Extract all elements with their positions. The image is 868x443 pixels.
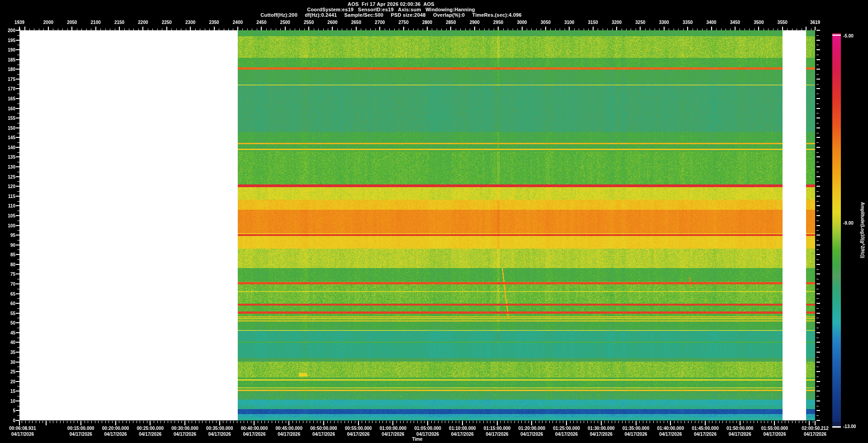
- date-label: 04/17/2026: [451, 432, 474, 437]
- date-label: 04/17/2026: [243, 432, 265, 437]
- time-axis-label: 00:40:00.000: [241, 426, 268, 431]
- date-label: 04/17/2026: [139, 432, 161, 437]
- frequency-axis-label: 25: [2, 369, 15, 374]
- record-axis-label: 3100: [564, 20, 574, 25]
- frequency-axis-label: 120: [2, 184, 15, 189]
- date-label: 04/17/2026: [520, 432, 543, 437]
- record-axis-label: 3300: [659, 20, 669, 25]
- record-axis-label: 2050: [67, 20, 77, 25]
- colorbar-tick-label: -13.00: [843, 424, 856, 429]
- date-label: 04/17/2026: [486, 432, 509, 437]
- record-axis-label: 2150: [114, 20, 124, 25]
- frequency-axis-label: 40: [2, 340, 15, 345]
- frequency-axis-label: 155: [2, 116, 15, 121]
- frequency-axis-label: 50: [2, 320, 15, 325]
- frequency-axis-label: 140: [2, 145, 15, 150]
- date-label: 04/17/2026: [763, 432, 786, 437]
- frequency-axis-label: 200: [2, 28, 15, 33]
- record-axis-label: 3500: [754, 20, 764, 25]
- time-axis-label: 01:35:00.000: [623, 426, 650, 431]
- record-axis-label: 2850: [446, 20, 456, 25]
- date-label: 04/17/2026: [659, 432, 682, 437]
- frequency-axis-label: 175: [2, 77, 15, 82]
- frequency-axis-label: 195: [2, 38, 15, 43]
- colorbar-tick-label: -5.00: [843, 33, 854, 38]
- date-label: 04/17/2026: [70, 432, 92, 437]
- record-axis-label: 2350: [209, 20, 219, 25]
- time-axis-label: 01:45:00.000: [692, 426, 719, 431]
- frequency-axis-label: 115: [2, 194, 15, 199]
- frequency-axis-label: 85: [2, 252, 15, 257]
- time-axis-label: 00:06:08.931: [9, 426, 36, 431]
- date-label: 04/17/2026: [208, 432, 231, 437]
- time-axis-label: 02:00:50.212: [802, 426, 829, 431]
- frequency-axis-label: 30: [2, 360, 15, 365]
- processing-params: Cuttoff(Hz):200 df(Hz):0.2441 Sample/Sec…: [0, 12, 782, 18]
- record-axis-label: 2000: [43, 20, 53, 25]
- record-axis-label: 3450: [730, 20, 740, 25]
- date-label: 04/17/2026: [11, 432, 34, 437]
- frequency-axis-label: 130: [2, 165, 15, 170]
- frequency-axis-label: 110: [2, 203, 15, 208]
- frequency-axis-label: 75: [2, 272, 15, 277]
- record-axis-label: 3550: [778, 20, 788, 25]
- time-axis-title: Time: [412, 437, 422, 442]
- frequency-axis-label: 60: [2, 301, 15, 306]
- header: AOS Fri 17 Apr 2026 02:00:36 AOS CoordSy…: [0, 1, 782, 18]
- frequency-axis-label: 0: [2, 418, 15, 423]
- record-axis-label: 2550: [304, 20, 314, 25]
- frequency-axis-label: 125: [2, 174, 15, 179]
- date-label: 04/17/2026: [804, 432, 826, 437]
- time-axis-label: 01:05:00.000: [414, 426, 441, 431]
- frequency-axis-label: 35: [2, 350, 15, 355]
- date-label: 04/17/2026: [729, 432, 751, 437]
- record-axis-label: 3150: [588, 20, 598, 25]
- date-label: 04/17/2026: [590, 432, 613, 437]
- time-axis-label: 01:40:00.000: [657, 426, 684, 431]
- record-axis-label: 1939: [14, 20, 24, 25]
- record-axis-label: 2800: [422, 20, 432, 25]
- record-axis-label: 2750: [398, 20, 408, 25]
- time-axis-label: 01:55:00.000: [761, 426, 788, 431]
- frequency-axis-label: 80: [2, 262, 15, 267]
- record-axis-label: 2400: [233, 20, 243, 25]
- time-axis-label: 01:10:00.000: [449, 426, 476, 431]
- spectrogram-plot-area[interactable]: [19, 30, 815, 420]
- record-axis-label: 2700: [375, 20, 385, 25]
- time-axis-label: 00:15:00.000: [67, 426, 94, 431]
- date-label: 04/17/2026: [104, 432, 127, 437]
- frequency-axis-label: 190: [2, 47, 15, 52]
- frequency-axis-label: 160: [2, 106, 15, 111]
- frequency-axis-label: 100: [2, 223, 15, 228]
- date-label: 04/17/2026: [555, 432, 578, 437]
- frequency-axis-label: 95: [2, 233, 15, 238]
- record-axis-label: 2600: [327, 20, 337, 25]
- frequency-axis-label: 90: [2, 243, 15, 248]
- record-axis-label: 3200: [612, 20, 622, 25]
- time-axis-label: 01:25:00.000: [553, 426, 580, 431]
- frequency-axis-label: 105: [2, 213, 15, 218]
- record-axis-label: 2650: [351, 20, 361, 25]
- frequency-axis-label: 185: [2, 57, 15, 62]
- record-axis-label: 3400: [706, 20, 716, 25]
- time-axis-label: 00:55:00.000: [345, 426, 372, 431]
- date-label: 04/17/2026: [416, 432, 439, 437]
- frequency-axis-label: 45: [2, 330, 15, 335]
- time-axis-label: 00:20:00.000: [102, 426, 129, 431]
- colorbar-tick-label: -9.00: [843, 221, 854, 226]
- time-axis-label: 01:15:00.000: [484, 426, 511, 431]
- frequency-axis-label: 145: [2, 135, 15, 140]
- date-label: 04/17/2026: [382, 432, 404, 437]
- colorbar: [832, 33, 841, 429]
- record-axis-label: 2900: [470, 20, 480, 25]
- frequency-axis-label: 65: [2, 292, 15, 297]
- frequency-axis-label: 10: [2, 399, 15, 404]
- date-label: 04/17/2026: [624, 432, 647, 437]
- frequency-axis-label: 135: [2, 155, 15, 160]
- time-axis-label: 01:00:00.000: [380, 426, 407, 431]
- record-axis-label: 3250: [635, 20, 645, 25]
- record-axis-label: 2100: [91, 20, 101, 25]
- record-axis-label: 2200: [138, 20, 148, 25]
- time-axis-label: 01:50:00.000: [726, 426, 754, 431]
- sensor-params: CoordSystem:es19 SensorID:es19 Axis:sum …: [0, 7, 782, 12]
